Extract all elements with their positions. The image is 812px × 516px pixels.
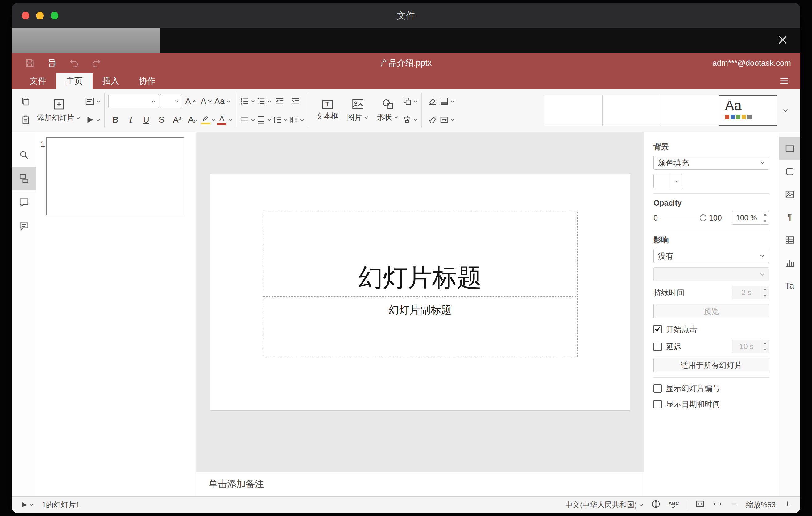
chat-button[interactable] — [12, 214, 36, 238]
background-fill-select[interactable]: 颜色填充 — [654, 155, 770, 170]
delay-checkbox[interactable] — [654, 343, 662, 351]
bold-button[interactable]: B — [108, 112, 122, 127]
redo-button[interactable] — [88, 55, 105, 71]
change-case-button[interactable]: Aa — [214, 93, 230, 109]
show-date-time-checkbox[interactable] — [654, 400, 662, 408]
effect-type-select[interactable] — [654, 267, 770, 282]
spin-up-button[interactable] — [761, 211, 769, 218]
align-shape-button[interactable] — [403, 112, 418, 127]
spin-up-button[interactable] — [761, 286, 769, 292]
fit-width-button[interactable] — [713, 499, 722, 511]
tab-home[interactable]: 主页 — [56, 73, 92, 89]
tab-file[interactable]: 文件 — [20, 73, 56, 89]
fill-color-button[interactable] — [440, 93, 455, 109]
fit-slide-button[interactable] — [695, 499, 705, 511]
opacity-slider[interactable] — [660, 213, 706, 222]
traffic-light-minimize[interactable] — [36, 12, 44, 20]
theme-option-3[interactable] — [661, 95, 719, 126]
insert-shape-button[interactable]: 形状 — [373, 92, 403, 129]
image-settings-tab[interactable] — [779, 183, 801, 206]
chart-settings-tab[interactable] — [779, 252, 801, 274]
background-color-picker[interactable] — [654, 174, 683, 188]
strikethrough-button[interactable]: S — [154, 112, 169, 127]
paste-button[interactable] — [19, 112, 33, 127]
slide-thumbnail-1[interactable] — [46, 137, 184, 216]
subscript-button[interactable]: A₂ — [185, 112, 200, 127]
insert-image-button[interactable]: 图片 — [343, 92, 373, 129]
set-language-button[interactable] — [651, 499, 661, 511]
vertical-align-button[interactable] — [256, 112, 271, 127]
spellcheck-button[interactable]: ABC — [669, 501, 679, 509]
increase-font-button[interactable]: A — [183, 93, 198, 109]
add-slide-button[interactable]: 添加幻灯片 — [33, 92, 85, 129]
start-slideshow-status-button[interactable] — [20, 499, 33, 511]
theme-option-selected[interactable]: Aa — [719, 95, 778, 126]
insert-textbox-button[interactable]: T 文本框 — [312, 92, 343, 129]
highlight-color-bar — [201, 122, 210, 124]
language-selector[interactable]: 中文(中华人民共和国) — [565, 500, 643, 510]
columns-button[interactable] — [289, 112, 304, 127]
italic-button[interactable]: I — [124, 112, 138, 127]
spin-down-button[interactable] — [761, 347, 769, 353]
spin-down-button[interactable] — [761, 292, 769, 299]
notes-input[interactable]: 单击添加备注 — [196, 471, 644, 496]
numbered-list-button[interactable] — [256, 93, 271, 109]
copy-button[interactable] — [19, 93, 33, 109]
shape-settings-tab[interactable] — [779, 160, 801, 183]
theme-option-2[interactable] — [602, 95, 661, 126]
paragraph-settings-tab[interactable]: ¶ — [779, 206, 801, 229]
menu-button[interactable] — [777, 74, 792, 88]
slide-size-button[interactable] — [440, 112, 455, 127]
duration-input[interactable]: 2 s — [732, 286, 770, 299]
zoom-in-button[interactable] — [784, 500, 792, 510]
spin-up-button[interactable] — [761, 340, 769, 347]
tab-insert[interactable]: 插入 — [92, 73, 129, 89]
show-slide-number-checkbox[interactable] — [654, 384, 662, 393]
decrease-indent-button[interactable] — [273, 93, 287, 109]
slides-panel-button[interactable] — [12, 167, 36, 191]
close-overlay-button[interactable] — [775, 32, 790, 48]
print-button[interactable] — [43, 55, 60, 71]
horizontal-align-button[interactable] — [240, 112, 255, 127]
theme-gallery-expand-button[interactable] — [778, 95, 793, 126]
search-button[interactable] — [12, 143, 36, 167]
line-spacing-button[interactable] — [273, 112, 288, 127]
delay-input[interactable]: 10 s — [732, 340, 770, 353]
slide-settings-tab[interactable] — [779, 137, 801, 160]
theme-option-1[interactable] — [544, 95, 603, 126]
clear-style-button[interactable] — [426, 93, 440, 109]
traffic-light-close[interactable] — [22, 12, 29, 20]
table-settings-tab[interactable] — [779, 229, 801, 252]
undo-button[interactable] — [65, 55, 83, 71]
tab-collaboration[interactable]: 协作 — [129, 73, 165, 89]
superscript-button[interactable]: A² — [170, 112, 184, 127]
slide-canvas[interactable]: 幻灯片标题 幻灯片副标题 — [210, 174, 630, 410]
preview-button[interactable]: 预览 — [654, 304, 770, 318]
font-name-select[interactable] — [108, 94, 159, 108]
effect-select[interactable]: 没有 — [654, 249, 770, 263]
slide-layout-button[interactable] — [85, 93, 100, 109]
save-button[interactable] — [21, 55, 38, 71]
subtitle-placeholder[interactable]: 幻灯片副标题 — [263, 298, 578, 357]
color-picker-expand[interactable] — [671, 174, 682, 188]
underline-button[interactable]: U — [139, 112, 153, 127]
apply-to-all-slides-button[interactable]: 适用于所有幻灯片 — [654, 358, 770, 372]
title-placeholder[interactable]: 幻灯片标题 — [263, 212, 578, 296]
textart-settings-tab[interactable]: Ta — [779, 274, 801, 297]
bullet-list-button[interactable] — [240, 93, 255, 109]
traffic-light-zoom[interactable] — [51, 12, 58, 20]
highlight-color-button[interactable] — [201, 112, 216, 127]
decrease-font-button[interactable]: A — [199, 93, 213, 109]
spin-down-button[interactable] — [761, 218, 769, 224]
copy-style-button[interactable] — [426, 112, 440, 127]
slider-handle[interactable] — [700, 214, 706, 221]
comments-button[interactable] — [12, 191, 36, 214]
start-on-click-checkbox[interactable] — [654, 325, 662, 333]
start-slideshow-button[interactable] — [85, 112, 100, 127]
font-color-button[interactable]: A — [217, 112, 232, 127]
opacity-input[interactable]: 100 % — [732, 211, 770, 225]
arrange-shape-button[interactable] — [403, 93, 418, 109]
increase-indent-button[interactable] — [288, 93, 302, 109]
zoom-out-button[interactable] — [730, 500, 738, 510]
font-size-select[interactable] — [160, 94, 182, 108]
